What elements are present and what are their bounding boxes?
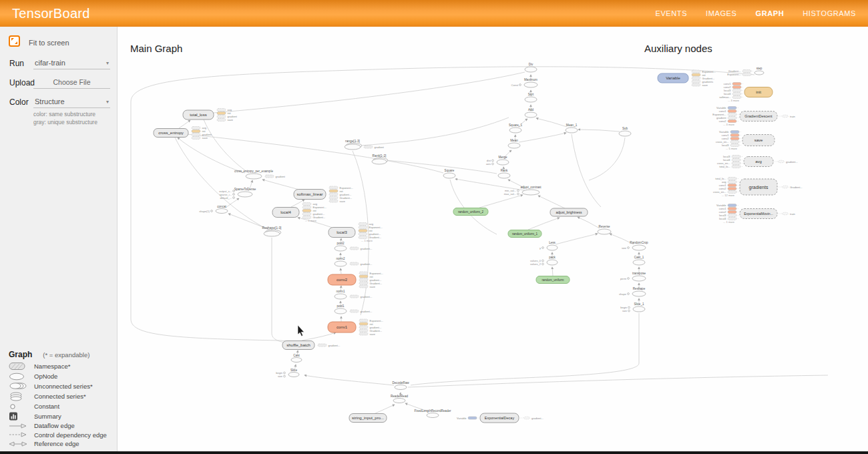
graph-node-norm1[interactable]: norm1gradient... [335, 290, 372, 299]
svg-text:avg: avg [755, 160, 762, 164]
graph-node-slice[interactable]: Slicebeginsize [276, 369, 299, 379]
graph-node-adjust-brightness[interactable]: adjust_brightness [550, 208, 588, 216]
svg-text:Gradient...: Gradient... [790, 186, 803, 189]
svg-text:gradient...: gradient... [786, 160, 798, 164]
tab-graph[interactable]: GRAPH [756, 9, 785, 17]
graph-node-random-uniform[interactable]: random_uniform [536, 276, 570, 284]
graph-node-pool2[interactable]: pool2gradient... [335, 242, 372, 251]
svg-text:gradient...: gradient... [361, 262, 373, 266]
choose-file-button[interactable]: Choose File [33, 77, 110, 89]
graph-node-adjust-contrast[interactable]: adjust_contrastmin_val...max_val... [504, 186, 542, 196]
graph-node-pack[interactable]: packvalues_0values_2 [530, 256, 558, 266]
graph-node-string-input-producer[interactable]: string_input_pro... [349, 414, 387, 423]
svg-text:Add: Add [528, 108, 534, 111]
graph-node-random-uniform-2[interactable]: random_uniform_2 [453, 208, 488, 216]
graph-node-add[interactable]: Add [525, 108, 537, 118]
graph-node-sqrt[interactable]: Sqrt [525, 93, 537, 102]
svg-text:save: save [754, 138, 763, 142]
graph-node-softmax-linear[interactable]: softmax_linearExponent...initgradient...… [294, 186, 353, 203]
graph-node-avg[interactable]: avglocal3local4cross_en...total_lo...gra… [717, 155, 798, 168]
svg-text:SparseToDense: SparseToDense [234, 188, 256, 191]
svg-text:Rank: Rank [501, 169, 508, 172]
graph-node-transpose[interactable]: transposeperm [620, 272, 646, 281]
svg-text:conv1: conv1 [337, 325, 348, 329]
legend-item-reference-edge: Reference edge [9, 440, 114, 447]
run-label: Run [9, 57, 33, 68]
graph-node-variable[interactable]: VariableExponent...initGradient...gradie… [658, 70, 716, 87]
graph-node-square-1[interactable]: Square_1 [509, 124, 522, 133]
graph-node-gradient-descent[interactable]: GradientDescentVariableconv1Exponent...g… [712, 106, 795, 126]
svg-text:max_val...: max_val... [504, 192, 516, 196]
graph-node-local3[interactable]: local3avgExponent...initgradient...Gradi… [329, 222, 383, 242]
run-select[interactable]: cifar-train ▾ [33, 57, 110, 69]
graph-node-reverse[interactable]: Reverse [598, 225, 611, 234]
tab-images[interactable]: IMAGES [706, 9, 736, 17]
svg-text:gradient...: gradient... [361, 295, 373, 298]
graph-node-total_loss[interactable]: total_lossavginitgradientsave [183, 108, 238, 122]
svg-text:ExponentialMovin...: ExponentialMovin... [744, 212, 773, 216]
graph-node-mean[interactable]: Mean [508, 139, 520, 148]
fit-to-screen-button[interactable]: Fit to screen [8, 35, 109, 50]
graph-node-cast[interactable]: Cast [291, 354, 302, 363]
connected-series-icon [9, 392, 29, 401]
graph-node-div[interactable]: Div [525, 63, 537, 72]
graph-node-norm2[interactable]: norm2gradient... [335, 257, 372, 266]
svg-text:... 3 more: ... 3 more [723, 123, 735, 126]
svg-text:gradient: gradient [375, 146, 385, 149]
graph-node-random-crop[interactable]: RandomCropsize [622, 241, 648, 250]
svg-text:Less: Less [549, 241, 556, 244]
graph-canvas[interactable]: total_lossavginitgradientsavecross_entro… [118, 27, 868, 451]
graph-node-sparse-to-dense[interactable]: SparseToDenseoutput_s...sparse_i...defau… [219, 188, 256, 200]
graph-node-local4[interactable]: local4avgExponent...initgradient...Gradi… [272, 202, 327, 222]
graph-node-pool1[interactable]: pool1gradient... [335, 304, 372, 314]
fit-to-screen-label: Fit to screen [29, 39, 69, 47]
svg-text:Square: Square [445, 169, 455, 172]
graph-node-cross_entropy[interactable]: cross_entropyavginitgradientsave [154, 126, 212, 140]
svg-text:Reshape: Reshape [633, 287, 646, 290]
tab-events[interactable]: EVENTS [655, 9, 687, 17]
graph-node-merge[interactable]: Mergedistaxis [486, 156, 509, 166]
graph-node-slice-1[interactable]: Slice_1beginsize [620, 302, 645, 312]
graph-node-cross-entropy-per-example[interactable]: cross_entropy_per_examplegradient [234, 170, 286, 179]
legend-item-summary: Summary [9, 412, 114, 421]
graph-node-decode-raw[interactable]: DecodeRaw [392, 381, 409, 390]
fit-to-screen-icon [8, 35, 21, 50]
graph-node-reshape-1-3[interactable]: Reshape[1-3] [262, 226, 282, 237]
graph-node-reader-read[interactable]: ReaderRead [391, 395, 408, 403]
graph-node-mean-1[interactable]: Mean_1 [566, 124, 578, 133]
svg-text:DecodeRaw: DecodeRaw [392, 381, 409, 385]
graph-node-concat[interactable]: concatshape(1) [199, 205, 228, 214]
graph-node-sub[interactable]: Sub [619, 127, 631, 136]
graph-node-cast-1[interactable]: Cast_1 [633, 256, 645, 265]
graph-node-exponential-decay[interactable]: ExponentialDecayVariablegradient... [457, 413, 544, 423]
svg-text:range[1-3]: range[1-3] [345, 140, 360, 143]
graph-node-less[interactable]: Lessy [539, 241, 558, 250]
svg-text:... 5 more: ... 5 more [726, 147, 738, 150]
svg-text:cross_entropy: cross_entropy [158, 131, 184, 135]
graph-node-shuffle-batch[interactable]: shuffle_batchgradient... [282, 341, 340, 350]
graph-node-step[interactable]: stepGradient...Exponent... [727, 67, 764, 76]
svg-text:Mean_1: Mean_1 [566, 124, 578, 127]
graph-node-conv1[interactable]: conv1Exponent...initgradient...Gradient.… [328, 319, 383, 336]
graph-node-random-uniform-1[interactable]: random_uniform_1 [508, 230, 541, 238]
color-select[interactable]: Structure ▾ [33, 96, 110, 108]
svg-text:GradientDescent: GradientDescent [744, 114, 773, 118]
graph-node-exponential-moving-average[interactable]: ExponentialMovin...Variableconv1conv2loc… [716, 204, 795, 224]
graph-node-rank-1-2[interactable]: Rank[1-2] [372, 154, 388, 165]
tab-histograms[interactable]: HISTOGRAMS [803, 9, 856, 17]
graph-node-rank[interactable]: Rank [498, 169, 510, 178]
legend-title: Graph [9, 350, 32, 359]
graph-node-init[interactable]: initconv1conv2local3local4softmax...... … [719, 82, 773, 102]
dropdown-caret-icon: ▾ [106, 99, 109, 105]
svg-text:concat: concat [217, 205, 226, 208]
graph-node-conv2[interactable]: conv2Exponent...initgradient...Gradient.… [328, 272, 383, 288]
graph-node-fixed-length-record-reader[interactable]: FixedLengthRecordReader [414, 409, 451, 418]
graph-node-maximum[interactable]: MaximumConst [511, 78, 538, 87]
graph-node-save[interactable]: saveVariableconv1conv2cross_en...local3.… [716, 130, 775, 150]
svg-text:Reshape[1-3]: Reshape[1-3] [262, 226, 282, 230]
graph-node-square[interactable]: Square [443, 169, 455, 178]
tensorboard-window: { "header": { "title": "TensorBoard", "n… [0, 0, 868, 454]
svg-text:random_uniform_2: random_uniform_2 [458, 210, 483, 214]
graph-node-reshape[interactable]: Reshapeshape [619, 287, 646, 296]
graph-node-gradients[interactable]: gradientstotal_lo...avgconv1conv2cross_e… [713, 177, 803, 197]
